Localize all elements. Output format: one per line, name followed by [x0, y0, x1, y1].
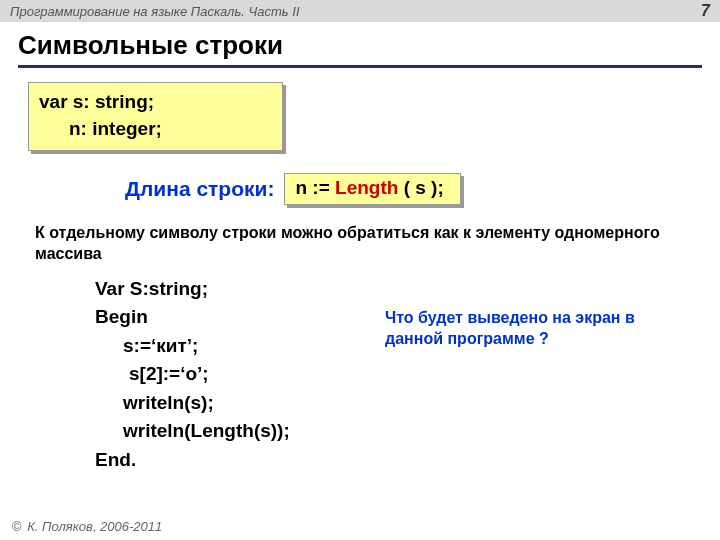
title-underline — [18, 65, 702, 68]
page-number: 7 — [701, 2, 710, 20]
var-line-1: var s: string; — [39, 89, 272, 116]
length-code-box: n := Length ( s ); — [284, 173, 460, 205]
slide-title: Символьные строки — [18, 30, 720, 61]
var-declaration-box: var s: string; n: integer; — [28, 82, 283, 151]
length-label: Длина строки: — [125, 177, 274, 201]
question-text: Что будет выведено на экран в данной про… — [385, 308, 695, 350]
code-line-6: writeln(Length(s)); — [95, 417, 720, 446]
var-line-2: n: integer; — [39, 116, 272, 143]
length-row: Длина строки: n := Length ( s ); — [0, 173, 720, 205]
code-block: Var S:string; Begin s:=‘кит’; s[2]:=‘о’;… — [95, 275, 720, 475]
footer: © К. Поляков, 2006-2011 — [12, 519, 162, 534]
course-title: Программирование на языке Паскаль. Часть… — [10, 4, 300, 19]
code-line-1: Var S:string; — [95, 275, 720, 304]
code-line-7: End. — [95, 446, 720, 475]
explanation-paragraph: К отдельному символу строки можно обрати… — [35, 223, 696, 265]
copyright-icon: © — [12, 519, 22, 534]
code-line-5: writeln(s); — [95, 389, 720, 418]
length-func: Length — [335, 177, 398, 198]
footer-text: К. Поляков, 2006-2011 — [24, 519, 163, 534]
code-line-4: s[2]:=‘о’; — [95, 360, 720, 389]
header-bar: Программирование на языке Паскаль. Часть… — [0, 0, 720, 22]
length-prefix: n := — [295, 177, 335, 198]
length-suffix: ( s ); — [398, 177, 443, 198]
